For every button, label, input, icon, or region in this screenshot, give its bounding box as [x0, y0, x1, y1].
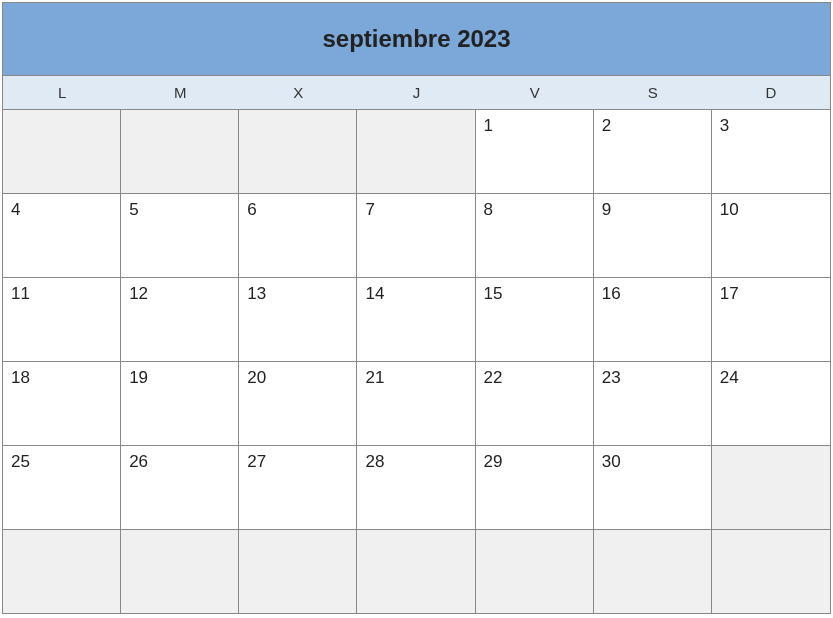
day-header-thu: J [357, 76, 475, 109]
day-cell: 7 [357, 194, 475, 277]
day-cell: 25 [3, 446, 121, 529]
day-cell: 5 [121, 194, 239, 277]
day-cell: 6 [239, 194, 357, 277]
day-cell: 12 [121, 278, 239, 361]
day-cell: 29 [476, 446, 594, 529]
day-cell: 20 [239, 362, 357, 445]
week-row: 4 5 6 7 8 9 10 [3, 193, 830, 277]
day-cell: 2 [594, 110, 712, 193]
day-cell [239, 110, 357, 193]
day-header-sat: S [594, 76, 712, 109]
day-cell [712, 446, 830, 529]
day-cell: 30 [594, 446, 712, 529]
day-cell: 18 [3, 362, 121, 445]
day-cell [712, 530, 830, 613]
week-row [3, 529, 830, 613]
day-cell [121, 530, 239, 613]
day-cell [121, 110, 239, 193]
day-cell: 21 [357, 362, 475, 445]
day-cell: 8 [476, 194, 594, 277]
week-row: 11 12 13 14 15 16 17 [3, 277, 830, 361]
day-cell: 24 [712, 362, 830, 445]
calendar-grid: 1 2 3 4 5 6 7 8 9 10 11 12 13 14 15 16 1… [3, 109, 830, 613]
day-header-fri: V [476, 76, 594, 109]
day-cell: 16 [594, 278, 712, 361]
day-cell: 11 [3, 278, 121, 361]
day-cell: 26 [121, 446, 239, 529]
day-cell [3, 110, 121, 193]
day-cell: 27 [239, 446, 357, 529]
day-header-mon: L [3, 76, 121, 109]
week-row: 18 19 20 21 22 23 24 [3, 361, 830, 445]
day-cell: 19 [121, 362, 239, 445]
day-cell [594, 530, 712, 613]
day-cell: 9 [594, 194, 712, 277]
day-cell: 13 [239, 278, 357, 361]
day-header-tue: M [121, 76, 239, 109]
day-cell: 14 [357, 278, 475, 361]
day-cell: 10 [712, 194, 830, 277]
day-cell [476, 530, 594, 613]
day-cell: 1 [476, 110, 594, 193]
calendar-title: septiembre 2023 [3, 3, 830, 76]
day-cell: 22 [476, 362, 594, 445]
week-row: 25 26 27 28 29 30 [3, 445, 830, 529]
day-cell: 3 [712, 110, 830, 193]
day-cell: 4 [3, 194, 121, 277]
day-cell [357, 110, 475, 193]
day-cell: 23 [594, 362, 712, 445]
day-header-sun: D [712, 76, 830, 109]
day-cell [357, 530, 475, 613]
day-cell: 28 [357, 446, 475, 529]
week-row: 1 2 3 [3, 109, 830, 193]
day-cell: 15 [476, 278, 594, 361]
calendar: septiembre 2023 L M X J V S D 1 2 3 4 5 … [2, 2, 831, 614]
day-cell [239, 530, 357, 613]
day-cell [3, 530, 121, 613]
day-header-wed: X [239, 76, 357, 109]
day-headers-row: L M X J V S D [3, 76, 830, 109]
day-cell: 17 [712, 278, 830, 361]
